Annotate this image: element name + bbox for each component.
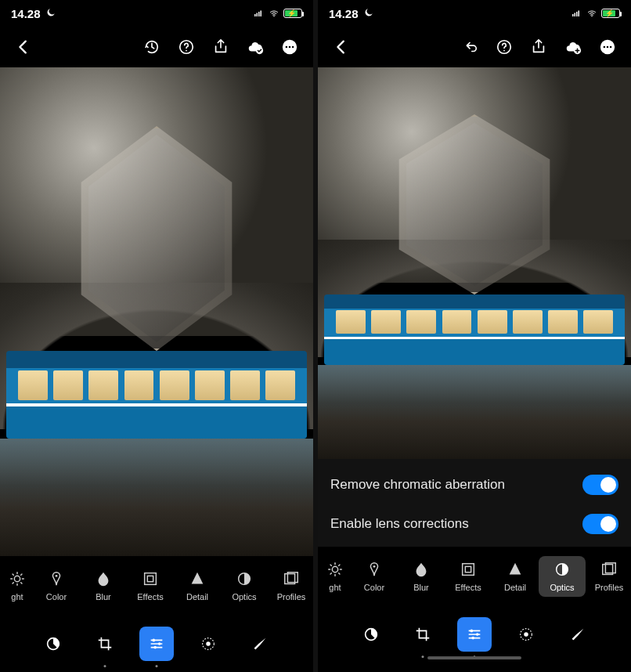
tool-heal[interactable] [243, 627, 277, 661]
adjust-detail[interactable]: Detail [174, 565, 221, 606]
tool-presets[interactable] [36, 627, 70, 661]
do-not-disturb-icon [363, 7, 374, 20]
adjust-detail-label: Detail [186, 592, 208, 602]
photo-canvas[interactable] [0, 67, 313, 556]
adjust-profiles[interactable]: Profiles [586, 556, 631, 597]
lens-correction-row: Enable lens corrections [330, 504, 618, 544]
tool-tabs [318, 606, 631, 663]
adjust-light-label: ght [329, 583, 341, 592]
tool-adjust[interactable] [139, 627, 174, 661]
share-button[interactable] [525, 33, 553, 61]
adjust-blur-label: Blur [413, 583, 429, 592]
status-time: 14.28 [11, 7, 41, 20]
tool-crop[interactable] [406, 617, 440, 652]
adjust-detail[interactable]: Detail [492, 556, 539, 597]
more-button[interactable] [276, 33, 304, 61]
tool-presets[interactable] [354, 617, 388, 652]
app-toolbar [0, 27, 313, 67]
adjust-color[interactable]: Color [351, 556, 398, 597]
adjust-profiles[interactable]: Profiles [268, 565, 313, 606]
adjust-profiles-label: Profiles [277, 592, 306, 602]
tool-tabs [0, 616, 313, 672]
adjust-effects[interactable]: Effects [127, 565, 174, 606]
adjust-categories-strip[interactable]: ght Color Blur Effects Detail Optics Pro… [318, 547, 631, 606]
adjust-color[interactable]: Color [33, 565, 80, 606]
adjust-blur[interactable]: Blur [398, 556, 445, 597]
wifi-icon [586, 9, 598, 18]
tool-mask[interactable] [191, 627, 225, 661]
more-button[interactable] [593, 33, 622, 61]
adjust-effects-label: Effects [455, 583, 481, 592]
chromatic-aberration-toggle[interactable] [582, 475, 618, 495]
app-toolbar [318, 27, 631, 67]
chromatic-aberration-row: Remove chromatic aberration [330, 465, 618, 504]
battery-charging-icon: ⚡ [601, 9, 620, 18]
adjust-light-label: ght [11, 592, 23, 602]
cellular-signal-icon [251, 9, 265, 18]
optics-panel: Remove chromatic aberration Enable lens … [318, 459, 631, 547]
tool-heal[interactable] [561, 617, 595, 652]
adjust-color-label: Color [46, 592, 67, 602]
lens-correction-toggle[interactable] [582, 514, 618, 534]
status-bar: 14.28 ⚡ [318, 0, 631, 27]
undo-button[interactable] [456, 33, 484, 61]
adjust-blur-label: Blur [96, 592, 111, 602]
adjust-light[interactable]: ght [319, 556, 351, 597]
adjust-profiles-label: Profiles [595, 583, 624, 592]
adjust-effects-label: Effects [137, 592, 163, 602]
phone-left: 14.28 ⚡ ght Color Blur Ef [0, 0, 313, 672]
tool-crop[interactable] [88, 627, 122, 661]
back-button[interactable] [327, 33, 355, 61]
status-bar: 14.28 ⚡ [0, 0, 313, 27]
history-button[interactable] [138, 33, 166, 61]
photo-canvas[interactable] [318, 67, 631, 459]
cloud-upload-button[interactable] [559, 33, 587, 61]
adjust-optics-label: Optics [550, 583, 574, 592]
do-not-disturb-icon [45, 7, 56, 20]
adjust-effects[interactable]: Effects [445, 556, 492, 597]
share-button[interactable] [207, 33, 235, 61]
adjust-categories-strip[interactable]: ght Color Blur Effects Detail Optics Pro… [0, 556, 313, 616]
adjust-optics[interactable]: Optics [221, 565, 268, 606]
battery-charging-icon: ⚡ [283, 9, 302, 18]
adjust-light[interactable]: ght [2, 565, 33, 606]
tool-adjust[interactable] [457, 617, 492, 652]
tool-mask[interactable] [509, 617, 543, 652]
adjust-color-label: Color [364, 583, 384, 592]
adjust-detail-label: Detail [504, 583, 526, 592]
cellular-signal-icon [569, 9, 582, 18]
help-button[interactable] [490, 33, 518, 61]
back-button[interactable] [9, 33, 38, 61]
home-indicator [427, 656, 521, 659]
adjust-blur[interactable]: Blur [80, 565, 127, 606]
chromatic-aberration-label: Remove chromatic aberration [330, 477, 505, 493]
wifi-icon [268, 9, 280, 18]
status-time: 14.28 [329, 7, 359, 20]
help-button[interactable] [172, 33, 200, 61]
cloud-synced-button[interactable] [241, 33, 269, 61]
adjust-optics-label: Optics [232, 592, 256, 602]
lens-correction-label: Enable lens corrections [330, 516, 469, 532]
adjust-optics[interactable]: Optics [539, 556, 586, 597]
phone-right: 14.28 ⚡ Remove chromatic aberr [318, 0, 631, 672]
